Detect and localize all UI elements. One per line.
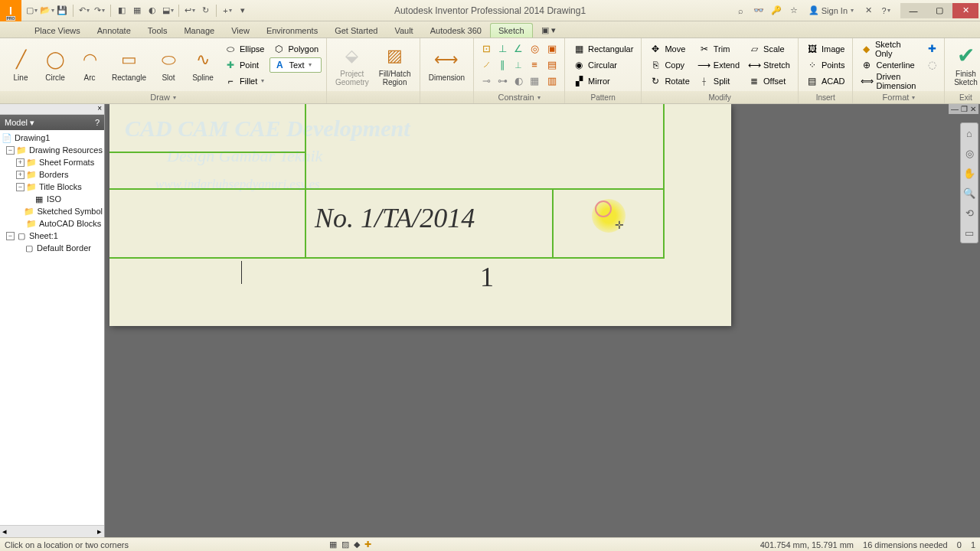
steering-wheel-icon[interactable]: ◎ [962, 145, 977, 161]
tab-sketch[interactable]: Sketch [490, 23, 533, 37]
tab-place-views[interactable]: Place Views [26, 23, 89, 37]
constraint-icon[interactable]: ∥ [495, 57, 510, 73]
status-icon[interactable]: ✚ [364, 540, 371, 549]
trim-button[interactable]: ✂Trim [695, 41, 743, 57]
constraint-toggle-icon[interactable]: ▤ [544, 57, 560, 73]
project-geometry-button[interactable]: ⬙Project Geometry [332, 41, 372, 90]
tree-borders[interactable]: +📁Borders [0, 168, 104, 181]
mirror-button[interactable]: ▞Mirror [570, 73, 636, 89]
help-icon[interactable]: ? ▾ [878, 3, 893, 18]
redo-icon[interactable]: ↷▾ [93, 4, 106, 18]
rectangle-button[interactable]: ▭Rectangle [108, 41, 150, 90]
qat-dropdown-icon[interactable]: ▾ [236, 4, 250, 18]
dimension-button[interactable]: ⟷Dimension [425, 41, 469, 90]
qat-icon[interactable]: ◐ [145, 4, 159, 18]
zoom-icon[interactable]: 🔍 [962, 185, 977, 201]
doc-minimize-icon[interactable]: — [951, 105, 959, 113]
tab-get-started[interactable]: Get Started [326, 23, 386, 37]
polygon-button[interactable]: ⬡Polygon [270, 41, 322, 57]
tab-view[interactable]: View [223, 23, 258, 37]
constraint-icon[interactable]: ◎ [527, 41, 542, 57]
tab-tools[interactable]: Tools [139, 23, 176, 37]
finish-sketch-button[interactable]: ✔Finish Sketch [949, 41, 980, 90]
tab-vault[interactable]: Vault [386, 23, 421, 37]
ellipse-button[interactable]: ⬭Ellipse [221, 41, 267, 57]
return-icon[interactable]: ↩▾ [183, 4, 197, 18]
browser-header[interactable]: Model ▾? [0, 115, 104, 130]
status-icon[interactable]: ▨ [341, 540, 349, 549]
lookat-icon[interactable]: ▭ [962, 225, 977, 240]
points-button[interactable]: ⁘Points [803, 57, 848, 73]
tab-annotate[interactable]: Annotate [89, 23, 139, 37]
circular-pattern-button[interactable]: ◉Circular [570, 57, 636, 73]
split-button[interactable]: ⟊Split [695, 73, 743, 89]
tree-sheet[interactable]: −▢Sheet:1 [0, 230, 104, 242]
open-icon[interactable]: 📂▾ [40, 4, 54, 18]
star-icon[interactable]: ☆ [786, 3, 802, 18]
format-panel-label[interactable]: Format▾ [853, 91, 944, 103]
constraint-icon[interactable]: ≡ [527, 57, 542, 73]
signin-button[interactable]: 👤 Sign In ▾ [804, 5, 858, 15]
fill-hatch-button[interactable]: ▨Fill/Hatch Region [374, 41, 414, 90]
status-icon[interactable]: ◆ [354, 540, 360, 549]
orbit-icon[interactable]: ⟲ [962, 205, 977, 220]
browser-scrollbar[interactable]: ◂▸ [0, 525, 104, 537]
tree-autocad-blocks[interactable]: 📁AutoCAD Blocks [0, 217, 104, 230]
line-button[interactable]: ╱Line [5, 41, 37, 90]
tree-sheet-formats[interactable]: +📁Sheet Formats [0, 156, 104, 168]
exchange-icon[interactable]: ✕ [861, 3, 876, 18]
tree-sketched-symbol[interactable]: 📁Sketched Symbol [0, 205, 104, 217]
fillet-button[interactable]: ⌐Fillet▾ [221, 73, 267, 89]
doc-close-icon[interactable]: ✕ [970, 105, 976, 113]
image-button[interactable]: 🖼Image [803, 41, 848, 57]
copy-button[interactable]: ⎘Copy [646, 57, 692, 73]
constraint-icon[interactable]: ⊥ [495, 41, 510, 57]
constraint-toggle-icon[interactable]: ▥ [544, 73, 560, 89]
circle-button[interactable]: ◯Circle [39, 41, 71, 90]
browser-close-icon[interactable]: × [0, 104, 104, 115]
rectangular-pattern-button[interactable]: ▦Rectangular [570, 41, 636, 57]
constraint-icon[interactable]: ⊶ [495, 73, 510, 89]
tree-resources[interactable]: −📁Drawing Resources [0, 144, 104, 156]
binoculars-icon[interactable]: 👓 [751, 3, 766, 18]
tab-manage[interactable]: Manage [175, 23, 223, 37]
search-icon[interactable]: ⌕ [733, 3, 749, 18]
constrain-panel-label[interactable]: Constrain▾ [474, 91, 564, 103]
app-icon[interactable]: I [0, 0, 21, 21]
constraint-icon[interactable]: ∠ [511, 41, 526, 57]
slot-button[interactable]: ⬭Slot [152, 41, 185, 90]
tab-overflow-icon[interactable]: ▣ ▾ [533, 22, 564, 37]
sketch-only-button[interactable]: ◆Sketch Only [858, 41, 919, 57]
constraint-icon[interactable]: ▦ [527, 73, 542, 89]
close-button[interactable]: ✕ [952, 3, 978, 18]
tab-autodesk360[interactable]: Autodesk 360 [422, 23, 490, 37]
driven-dimension-button[interactable]: ⟺Driven Dimension [858, 73, 919, 89]
constraint-icon[interactable]: ⟂ [511, 57, 526, 73]
update-icon[interactable]: ↻ [198, 4, 212, 18]
constraint-icon[interactable]: ⊸ [479, 73, 494, 89]
drawing-canvas[interactable]: — ❐ ✕ ⌂ ◎ ✋ 🔍 ⟲ ▭ CAD CAM CAE Developmen… [105, 104, 980, 537]
acad-button[interactable]: ▤ACAD [803, 73, 848, 89]
tree-root[interactable]: 📄Drawing1 [0, 132, 104, 144]
extend-button[interactable]: ⟶Extend [695, 57, 743, 73]
text-button[interactable]: AText▾ [270, 57, 322, 73]
save-icon[interactable]: 💾 [55, 4, 69, 18]
point-button[interactable]: ✚Point [221, 57, 267, 73]
minimize-button[interactable]: — [900, 3, 926, 18]
rotate-button[interactable]: ↻Rotate [646, 73, 692, 89]
qat-icon[interactable]: ▦ [130, 4, 144, 18]
qat-icon[interactable]: ⬓▾ [161, 4, 175, 18]
new-icon[interactable]: ▢▾ [24, 4, 38, 18]
tree-iso[interactable]: ▦ISO [0, 193, 104, 205]
status-icon[interactable]: ▦ [329, 540, 337, 549]
tab-environments[interactable]: Environments [258, 23, 326, 37]
tree-default-border[interactable]: ▢Default Border [0, 242, 104, 254]
centerline-button[interactable]: ⊕Centerline [858, 57, 919, 73]
pan-icon[interactable]: ✋ [962, 165, 977, 181]
undo-icon[interactable]: ↶▾ [77, 4, 91, 18]
draw-panel-label[interactable]: Draw▾ [0, 91, 326, 103]
help-icon[interactable]: ? [95, 118, 100, 127]
constraint-icon[interactable]: ⟋ [479, 57, 494, 73]
spline-button[interactable]: ∿Spline [187, 41, 219, 90]
move-button[interactable]: ✥Move [646, 41, 692, 57]
